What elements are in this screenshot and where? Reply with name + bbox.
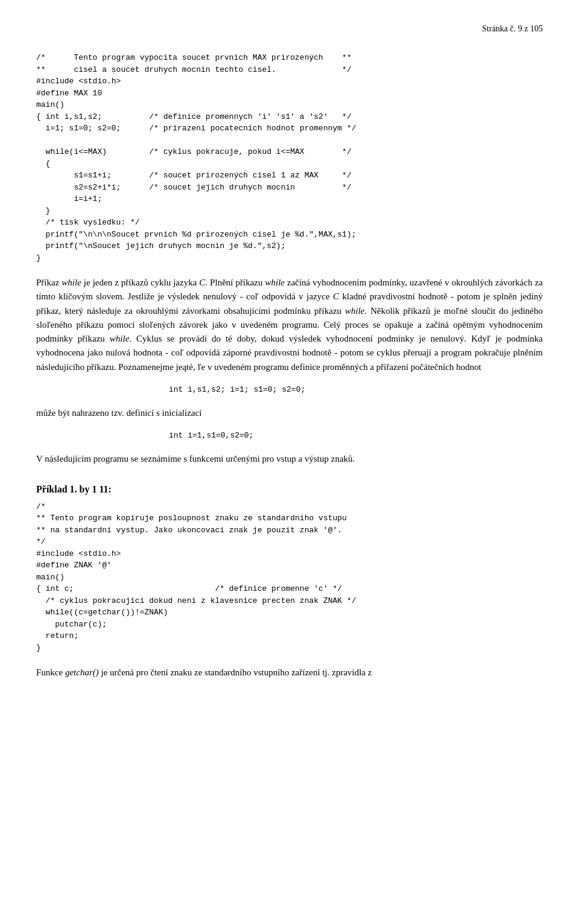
prose-getchar: Funkce getchar() je určená pro čtení zna…: [36, 666, 543, 680]
prose-replacement: může být nahrazeno tzv. definicí s inici…: [36, 406, 543, 420]
example-heading: Příklad 1. by 1 11:: [36, 484, 543, 495]
code-block-2: /* ** Tento program kopíruje posloupnost…: [36, 501, 543, 654]
code-block-1: /* Tento program vypocita soucet prvnich…: [36, 52, 543, 264]
prose-next-program: V následujícím programu se seznámíme s f…: [36, 452, 543, 466]
prose-while-explanation: Příkaz while je jeden z příkazů cyklu ja…: [36, 276, 543, 374]
centered-code-1: int i,s1,s2; i=1; s1=0; s2=0;: [169, 384, 543, 397]
page-number: Stránka č. 9 z 105: [36, 24, 543, 34]
centered-code-2: int i=1,s1=0,s2=0;: [169, 430, 543, 442]
